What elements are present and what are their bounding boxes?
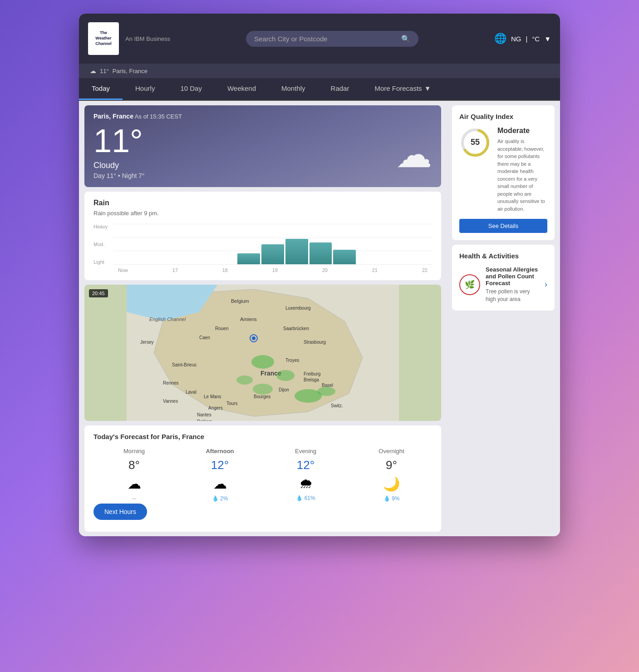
rain-y-labels: Heavy Mod. Light bbox=[93, 224, 112, 265]
health-card: Health & Activities 🌿 Seasonal Allergies… bbox=[452, 245, 555, 311]
globe-icon: 🌐 bbox=[494, 33, 506, 44]
health-text: Seasonal Allergies and Pollen Count Fore… bbox=[486, 266, 539, 303]
aqi-content: 55 Moderate Air quality is acceptable; h… bbox=[459, 127, 547, 212]
aqi-level: Moderate bbox=[497, 127, 547, 135]
svg-text:Amiens: Amiens bbox=[240, 316, 257, 322]
cloud-icon-afternoon: ☁ bbox=[213, 476, 227, 492]
tab-more-forecasts[interactable]: More Forecasts ▼ bbox=[362, 78, 443, 100]
see-details-button[interactable]: See Details bbox=[459, 219, 547, 233]
aqi-card: Air Quality Index 55 Moderate Air qualit… bbox=[452, 105, 555, 240]
map-container[interactable]: English Channel Jersey Saint-Brieuc Renn… bbox=[84, 285, 441, 421]
svg-text:Luxembourg: Luxembourg bbox=[285, 306, 311, 311]
logo: The Weather Channel bbox=[88, 22, 119, 55]
svg-text:Switz.: Switz. bbox=[331, 403, 343, 408]
aqi-circle: 55 bbox=[459, 127, 491, 158]
rain-bar bbox=[285, 239, 308, 264]
tab-radar[interactable]: Radar bbox=[318, 78, 362, 100]
tab-today[interactable]: Today bbox=[79, 78, 123, 100]
day-night-temps: Day 11° • Night 7° bbox=[93, 172, 432, 179]
svg-text:55: 55 bbox=[471, 138, 480, 147]
logo-text: The Weather Channel bbox=[95, 30, 112, 46]
region-label: NG bbox=[511, 35, 521, 43]
svg-text:Vannes: Vannes bbox=[163, 399, 178, 404]
forecast-grid: Morning 8° ☁ -- Afternoon 12° ☁ 💧 2% bbox=[93, 448, 432, 502]
ibm-label: An IBM Business bbox=[125, 35, 170, 42]
search-input[interactable] bbox=[254, 35, 397, 43]
rain-bar bbox=[237, 253, 260, 264]
search-bar[interactable]: 🔍 bbox=[246, 31, 418, 47]
svg-text:Laval: Laval bbox=[186, 390, 197, 395]
rain-time-labels: Now171819202122 bbox=[113, 267, 432, 273]
app-window: The Weather Channel An IBM Business 🔍 🌐 … bbox=[79, 14, 560, 536]
tab-monthly[interactable]: Monthly bbox=[269, 78, 318, 100]
location-temp: 11° bbox=[100, 68, 109, 74]
forecast-card: Today's Forecast for Paris, France Morni… bbox=[84, 425, 441, 532]
svg-text:Rouen: Rouen bbox=[215, 326, 228, 331]
search-icon: 🔍 bbox=[401, 35, 410, 43]
rain-bar bbox=[261, 244, 284, 264]
as-of-label: As of 15:35 CEST bbox=[135, 113, 182, 120]
svg-text:Saarbrücken: Saarbrücken bbox=[283, 326, 309, 331]
rain-subtitle: Rain possible after 9 pm. bbox=[93, 210, 432, 217]
weather-hero: Paris, France As of 15:35 CEST 11° Cloud… bbox=[84, 105, 441, 187]
svg-text:Tours: Tours bbox=[226, 401, 237, 406]
forecast-afternoon: Afternoon 12° ☁ 💧 2% bbox=[179, 448, 261, 502]
svg-text:Bourges: Bourges bbox=[254, 394, 270, 399]
cloud-hero-icon: ☁ bbox=[396, 133, 432, 176]
rain-icon: 🌧 bbox=[299, 476, 313, 491]
weather-hero-title: Paris, France As of 15:35 CEST bbox=[93, 113, 432, 120]
map-card: 20:45 English Channel Jersey bbox=[84, 285, 441, 421]
chevron-down-icon: ▼ bbox=[424, 84, 431, 92]
location-bar: ☁ 11° Paris, France bbox=[79, 64, 560, 78]
location-city: Paris, France bbox=[113, 68, 147, 74]
tab-weekend[interactable]: Weekend bbox=[215, 78, 269, 100]
svg-text:Belgium: Belgium bbox=[231, 298, 249, 304]
map-timestamp: 20:45 bbox=[89, 289, 108, 297]
aqi-title: Air Quality Index bbox=[459, 113, 547, 120]
svg-text:Freiburg: Freiburg bbox=[304, 371, 320, 376]
current-temp: 11° bbox=[93, 124, 432, 157]
rain-card: Rain Rain possible after 9 pm. Heavy Mod… bbox=[84, 192, 441, 280]
svg-point-34 bbox=[236, 376, 253, 385]
svg-point-36 bbox=[317, 387, 335, 396]
forecast-morning: Morning 8° ☁ -- bbox=[93, 448, 175, 502]
right-panel: Air Quality Index 55 Moderate Air qualit… bbox=[447, 101, 560, 536]
rain-bar bbox=[310, 242, 332, 264]
forecast-evening: Evening 12° 🌧 💧 61% bbox=[265, 448, 346, 502]
nav-tabs: Today Hourly 10 Day Weekend Monthly Rada… bbox=[79, 78, 560, 101]
health-item-subtitle: Tree pollen is very high your area bbox=[486, 288, 539, 303]
svg-text:Dijon: Dijon bbox=[279, 387, 289, 392]
forecast-title: Today's Forecast for Paris, France bbox=[93, 433, 432, 440]
svg-text:Le Mans: Le Mans bbox=[204, 394, 221, 399]
cloud-small-icon: ☁ bbox=[90, 67, 96, 74]
svg-point-33 bbox=[276, 370, 295, 381]
rain-title: Rain bbox=[93, 199, 432, 207]
svg-text:Strasbourg: Strasbourg bbox=[304, 340, 326, 345]
tab-10day[interactable]: 10 Day bbox=[167, 78, 215, 100]
header: The Weather Channel An IBM Business 🔍 🌐 … bbox=[79, 14, 560, 64]
svg-text:Breisga: Breisga bbox=[304, 377, 319, 382]
svg-text:Angers: Angers bbox=[208, 405, 223, 410]
condition-label: Cloudy bbox=[93, 161, 432, 170]
health-title: Health & Activities bbox=[459, 252, 547, 260]
svg-text:Jersey: Jersey bbox=[140, 340, 153, 345]
unit-label: °C bbox=[532, 35, 540, 43]
tab-hourly[interactable]: Hourly bbox=[123, 78, 167, 100]
rain-bars-container bbox=[113, 224, 432, 264]
svg-text:Rennes: Rennes bbox=[163, 380, 178, 385]
svg-point-37 bbox=[253, 384, 273, 395]
dropdown-icon[interactable]: ▼ bbox=[544, 35, 551, 43]
moon-icon: 🌙 bbox=[383, 476, 400, 492]
aqi-info: Moderate Air quality is acceptable; howe… bbox=[497, 127, 547, 212]
rain-bar bbox=[333, 250, 356, 264]
svg-text:Troyes: Troyes bbox=[285, 358, 299, 363]
chevron-right-icon[interactable]: › bbox=[545, 280, 547, 289]
svg-text:Saint-Brieuc: Saint-Brieuc bbox=[172, 362, 197, 367]
rain-bars-area bbox=[113, 224, 432, 265]
svg-text:Poitiers: Poitiers bbox=[197, 419, 212, 421]
left-panel: Paris, France As of 15:35 CEST 11° Cloud… bbox=[79, 101, 447, 536]
svg-text:Caen: Caen bbox=[199, 335, 210, 340]
cloud-icon: ☁ bbox=[128, 476, 141, 492]
svg-text:Nantes: Nantes bbox=[197, 412, 211, 417]
next-hours-button[interactable]: Next Hours bbox=[93, 504, 147, 520]
